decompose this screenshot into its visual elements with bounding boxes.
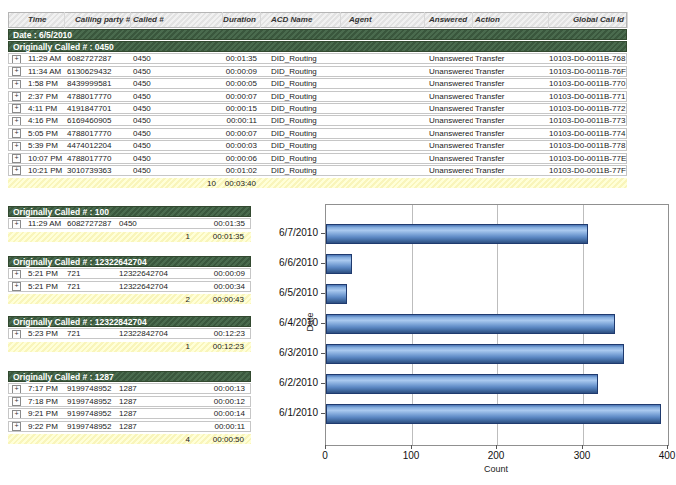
cell-action: Transfer — [473, 104, 549, 113]
cell-duration: 00:00:07 — [223, 129, 261, 138]
summary-spacer — [64, 435, 116, 444]
expander-cell: + — [9, 116, 23, 125]
y-axis-tick-label: 6/2/2010 — [256, 377, 318, 388]
table-row: +9:21 PM9199748952128700:00:14 — [8, 408, 251, 419]
y-axis-tick-label: 6/7/2010 — [256, 227, 318, 238]
table-row: +9:22 PM9199748952128700:00:11 — [8, 421, 251, 432]
cell-called: 12322642704 — [117, 282, 197, 291]
cell-action: Transfer — [473, 79, 549, 88]
summary-count: 4 — [116, 435, 196, 444]
cell-acd-name: DID_Routing — [261, 54, 341, 63]
cell-acd-name: DID_Routing — [261, 154, 341, 163]
expand-icon[interactable]: + — [12, 220, 21, 229]
expand-icon[interactable]: + — [12, 410, 21, 419]
expander-cell: + — [9, 219, 23, 228]
cell-answered: Unanswered — [425, 54, 473, 63]
cell-answered: Unanswered — [425, 166, 473, 175]
expand-icon[interactable]: + — [12, 397, 21, 406]
table-row: +5:23 PM7211232284270400:12:23 — [8, 328, 251, 339]
cell-global-call-id: 10103-D0-0011B-768 — [549, 54, 628, 63]
group-table-100: Originally Called # : 100+11:29 AM608272… — [8, 205, 251, 242]
expand-icon[interactable]: + — [12, 55, 21, 64]
expand-icon[interactable]: + — [12, 385, 21, 394]
summary-spacer — [22, 179, 64, 188]
cell-agent — [341, 92, 425, 101]
group-band-originally-called: Originally Called # : 100 — [8, 206, 251, 217]
cell-duration: 00:00:13 — [197, 384, 249, 393]
cell-calling-party: 6082727287 — [65, 54, 131, 63]
expand-icon[interactable]: + — [12, 80, 21, 89]
expander-cell: + — [9, 329, 23, 338]
expand-icon[interactable]: + — [12, 129, 21, 138]
cell-called: 0450 — [131, 116, 223, 125]
column-header-time: Time — [23, 12, 65, 28]
column-header-row: TimeCalling party #Called #DurationACD N… — [8, 12, 627, 28]
cell-acd-name: DID_Routing — [261, 67, 341, 76]
summary-spacer — [22, 342, 64, 351]
table-row: +4:16 PM6169460905045000:00:11DID_Routin… — [8, 115, 627, 126]
expander-cell: + — [9, 79, 23, 88]
cell-answered: Unanswered — [425, 79, 473, 88]
expand-icon[interactable]: + — [12, 282, 21, 291]
expander-cell: + — [9, 409, 23, 418]
expand-icon[interactable]: + — [12, 154, 21, 163]
cell-duration: 00:00:05 — [223, 79, 261, 88]
summary-spacer — [64, 232, 116, 241]
cell-calling-party: 4474012204 — [65, 141, 131, 150]
expand-icon[interactable]: + — [12, 166, 21, 175]
cell-time: 5:39 PM — [23, 141, 65, 150]
cell-calling-party: 721 — [65, 269, 117, 278]
column-header-action: Action — [473, 12, 549, 28]
expand-icon[interactable]: + — [12, 104, 21, 113]
cell-duration: 00:00:09 — [223, 67, 261, 76]
cell-time: 4:11 PM — [23, 104, 65, 113]
cell-called: 0450 — [131, 166, 223, 175]
column-header-agent: Agent — [341, 12, 425, 28]
cell-action: Transfer — [473, 166, 549, 175]
expand-icon[interactable]: + — [12, 117, 21, 126]
table-row: +5:21 PM7211232264270400:00:34 — [8, 281, 251, 292]
cell-called: 12322642704 — [117, 269, 197, 278]
cell-duration: 00:00:12 — [197, 397, 249, 406]
summary-count: 2 — [116, 295, 196, 304]
expander-cell: + — [9, 141, 23, 150]
expand-icon[interactable]: + — [12, 422, 21, 431]
cell-answered: Unanswered — [425, 116, 473, 125]
x-axis-tick — [667, 445, 668, 449]
expand-icon[interactable]: + — [12, 270, 21, 279]
cell-calling-party: 6169460905 — [65, 116, 131, 125]
cell-calling-party: 8439999581 — [65, 79, 131, 88]
y-axis-tick-label: 6/6/2010 — [256, 257, 318, 268]
cell-called: 0450 — [131, 92, 223, 101]
expand-icon[interactable]: + — [12, 67, 21, 76]
x-axis-tick-label: 300 — [562, 450, 602, 461]
expander-cell: + — [9, 282, 23, 291]
expand-icon[interactable]: + — [12, 142, 21, 151]
cell-duration: 00:01:35 — [223, 54, 261, 63]
y-axis-tick-label: 6/1/2010 — [256, 407, 318, 418]
group-summary-row: 100:12:23 — [8, 342, 251, 352]
expand-icon[interactable]: + — [12, 330, 21, 339]
group-band-originally-called: Originally Called # : 1287 — [8, 371, 251, 382]
y-axis-tick — [321, 383, 325, 384]
table-row: +1:58 PM8439999581045000:00:05DID_Routin… — [8, 78, 627, 89]
group-band-date: Date : 6/5/2010 — [8, 29, 627, 40]
cell-acd-name: DID_Routing — [261, 92, 341, 101]
summary-spacer — [22, 295, 64, 304]
chart-bar — [326, 314, 615, 334]
cell-global-call-id: 10103-D0-0011B-778 — [549, 141, 628, 150]
cell-time: 10:21 PM — [23, 166, 65, 175]
chart-bar — [326, 404, 661, 424]
cell-duration: 00:00:11 — [197, 422, 249, 431]
cell-acd-name: DID_Routing — [261, 166, 341, 175]
cell-action: Transfer — [473, 92, 549, 101]
cell-agent — [341, 79, 425, 88]
cell-called: 12322842704 — [117, 329, 197, 338]
cell-called: 0450 — [131, 129, 223, 138]
expand-icon[interactable]: + — [12, 92, 21, 101]
summary-spacer — [64, 179, 130, 188]
summary-spacer — [22, 232, 64, 241]
cell-time: 2:37 PM — [23, 92, 65, 101]
cell-time: 9:22 PM — [23, 422, 65, 431]
cell-global-call-id: 10103-D0-0011B-76F — [549, 67, 628, 76]
